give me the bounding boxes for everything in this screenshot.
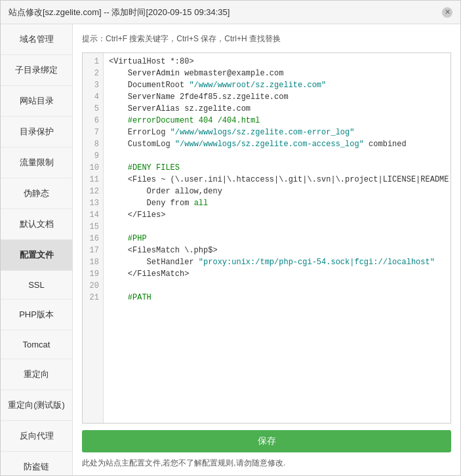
code-line: #errorDocument 404 /404.html bbox=[109, 115, 445, 127]
line-number: 9 bbox=[87, 150, 99, 162]
code-line: SetHandler "proxy:unix:/tmp/php-cgi-54.s… bbox=[109, 256, 445, 268]
sidebar-item-flowlimit[interactable]: 流量限制 bbox=[1, 148, 72, 178]
sidebar-item-defaultdoc[interactable]: 默认文档 bbox=[1, 209, 72, 240]
sidebar-item-redirecttest[interactable]: 重定向(测试版) bbox=[1, 390, 72, 421]
code-line bbox=[109, 280, 445, 292]
line-number: 19 bbox=[87, 268, 99, 280]
sidebar-item-hotlinkprotect[interactable]: 防盗链 bbox=[1, 452, 72, 475]
main-panel: 提示：Ctrl+F 搜索关键字，Ctrl+S 保存，Ctrl+H 查找替换 12… bbox=[73, 24, 460, 475]
code-content[interactable]: <VirtualHost *:80> ServerAdmin webmaster… bbox=[104, 53, 451, 423]
title-bar: 站点修改[sz.zgelite.com] -- 添加时间[2020-09-15 … bbox=[1, 1, 460, 24]
code-line: <Files ~ (\.user.ini|\.htaccess|\.git|\.… bbox=[109, 174, 445, 186]
main-window: 站点修改[sz.zgelite.com] -- 添加时间[2020-09-15 … bbox=[0, 0, 461, 476]
code-line: DocumentRoot "/www/wwwroot/sz.zgelite.co… bbox=[109, 79, 445, 91]
line-number: 14 bbox=[87, 209, 99, 221]
sidebar-item-subdir[interactable]: 子目录绑定 bbox=[1, 55, 72, 86]
line-number: 7 bbox=[87, 127, 99, 138]
code-line: ErrorLog "/www/wwwlogs/sz.zgelite.com-er… bbox=[109, 127, 445, 138]
line-number: 21 bbox=[87, 292, 99, 304]
sidebar-item-domain[interactable]: 域名管理 bbox=[1, 24, 72, 55]
line-number: 11 bbox=[87, 174, 99, 186]
line-number: 20 bbox=[87, 280, 99, 292]
line-number: 17 bbox=[87, 245, 99, 256]
line-number: 10 bbox=[87, 162, 99, 174]
sidebar-item-sitedir[interactable]: 网站目录 bbox=[1, 86, 72, 117]
editor-container[interactable]: 123456789101112131415161718192021 <Virtu… bbox=[82, 52, 451, 424]
code-line: #PATH bbox=[109, 292, 445, 304]
code-line: <VirtualHost *:80> bbox=[109, 56, 445, 68]
line-number: 8 bbox=[87, 138, 99, 150]
code-line: ServerAlias sz.zgelite.com bbox=[109, 103, 445, 115]
code-line: Deny from all bbox=[109, 197, 445, 209]
window-title: 站点修改[sz.zgelite.com] -- 添加时间[2020-09-15 … bbox=[9, 7, 230, 18]
save-button[interactable]: 保存 bbox=[82, 430, 451, 452]
line-number: 16 bbox=[87, 233, 99, 245]
sidebar-item-reverseproxy[interactable]: 反向代理 bbox=[1, 421, 72, 452]
line-number: 3 bbox=[87, 79, 99, 91]
code-line: </FilesMatch> bbox=[109, 268, 445, 280]
line-number: 13 bbox=[87, 197, 99, 209]
line-number: 15 bbox=[87, 221, 99, 233]
sidebar-item-fakestatic[interactable]: 伪静态 bbox=[1, 178, 72, 209]
sidebar: 域名管理子目录绑定网站目录目录保护流量限制伪静态默认文档配置文件SSLPHP版本… bbox=[1, 24, 73, 475]
sidebar-item-phpver[interactable]: PHP版本 bbox=[1, 300, 72, 330]
line-number: 12 bbox=[87, 186, 99, 197]
code-line: CustomLog "/www/wwwlogs/sz.zgelite.com-a… bbox=[109, 138, 445, 150]
code-line: ServerAdmin webmaster@example.com bbox=[109, 68, 445, 79]
code-line: Order allow,deny bbox=[109, 186, 445, 197]
sidebar-item-configfile[interactable]: 配置文件 bbox=[1, 240, 72, 271]
sidebar-item-redirect[interactable]: 重定向 bbox=[1, 359, 72, 390]
line-number: 6 bbox=[87, 115, 99, 127]
line-number: 18 bbox=[87, 256, 99, 268]
sidebar-item-dirprotect[interactable]: 目录保护 bbox=[1, 117, 72, 148]
line-numbers: 123456789101112131415161718192021 bbox=[83, 53, 104, 423]
line-number: 4 bbox=[87, 91, 99, 103]
code-line: </Files> bbox=[109, 209, 445, 221]
code-line bbox=[109, 150, 445, 162]
code-line: #PHP bbox=[109, 233, 445, 245]
sidebar-item-tomcat[interactable]: Tomcat bbox=[1, 330, 72, 359]
code-line bbox=[109, 221, 445, 233]
line-number: 1 bbox=[87, 56, 99, 68]
line-number: 5 bbox=[87, 103, 99, 115]
code-line: <FilesMatch \.php$> bbox=[109, 245, 445, 256]
code-line: ServerName 2fde4f85.sz.zgelite.com bbox=[109, 91, 445, 103]
hint-bar: 提示：Ctrl+F 搜索关键字，Ctrl+S 保存，Ctrl+H 查找替换 bbox=[82, 31, 451, 47]
close-button[interactable]: ✕ bbox=[442, 7, 452, 18]
footer-note: 此处为站点主配置文件,若您不了解配置规则,请勿随意修改. bbox=[82, 458, 451, 469]
sidebar-item-ssl[interactable]: SSL bbox=[1, 271, 72, 300]
line-number: 2 bbox=[87, 68, 99, 79]
content-area: 域名管理子目录绑定网站目录目录保护流量限制伪静态默认文档配置文件SSLPHP版本… bbox=[1, 24, 460, 475]
code-line: #DENY FILES bbox=[109, 162, 445, 174]
